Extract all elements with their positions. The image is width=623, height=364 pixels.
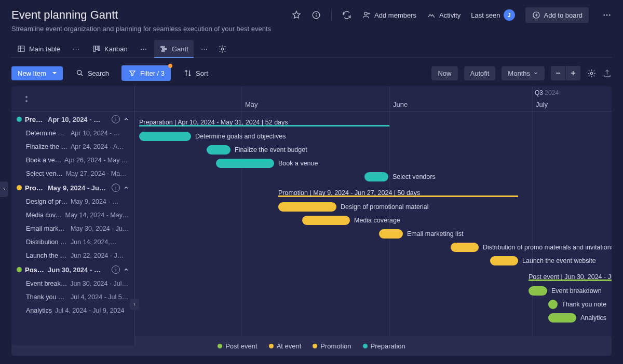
task-dates: Jun 22, 2024 - J…	[71, 252, 129, 259]
tab-main-table[interactable]: Main table	[11, 40, 65, 58]
task-name: Design of promot…	[26, 198, 67, 205]
task-bar[interactable]: Email marketing list	[379, 229, 463, 239]
info-icon[interactable]: i	[112, 265, 120, 274]
task-bar[interactable]: Launch the event website	[490, 256, 596, 266]
group-summary-label: Post event | Jun 30, 2024 - Jul 9, 2024 …	[529, 273, 612, 281]
filter-label: Filter / 3	[140, 69, 165, 77]
group-summary-bar[interactable]: Post event | Jun 30, 2024 - Jul 9, 2024 …	[529, 272, 612, 282]
task-dates: Jul 4, 2024 - Jul 5, 2…	[71, 293, 129, 301]
group-header[interactable]: Post … Jun 30, 2024 - … i	[11, 262, 134, 277]
tab-kanban[interactable]: Kanban	[87, 40, 133, 58]
task-bar[interactable]: Book a venue	[216, 158, 318, 169]
group-summary-bar[interactable]: Preparation | Apr 10, 2024 - May 31, 202…	[139, 117, 389, 128]
task-bar-label: Analytics	[580, 314, 606, 321]
export-icon[interactable]	[602, 68, 612, 78]
board-title[interactable]: Event planning Gantt	[11, 8, 118, 22]
expand-rows-icon[interactable]	[22, 94, 31, 104]
sort-button[interactable]: Sort	[177, 65, 214, 81]
expand-panel-button[interactable]	[0, 181, 8, 197]
zoom-out-button[interactable]	[551, 66, 565, 80]
task-row[interactable]: Book a ve…Apr 26, 2024 - May 7, …	[11, 153, 134, 167]
chevron-up-icon[interactable]	[123, 267, 129, 273]
task-bar[interactable]: Design of promotional material	[278, 202, 429, 212]
task-dates: Apr 10, 2024 - …	[71, 130, 129, 137]
tab-gantt[interactable]: Gantt	[154, 40, 194, 58]
tab-main-menu[interactable]: ⋯	[71, 45, 82, 53]
task-row[interactable]: Launch the eve…Jun 22, 2024 - J…	[11, 249, 134, 262]
chevron-up-icon[interactable]	[123, 116, 129, 122]
tab-kanban-menu[interactable]: ⋯	[138, 45, 149, 53]
svg-point-17	[590, 72, 592, 74]
timeline-header: Q3 2024 May June July	[135, 86, 612, 112]
settings-icon[interactable]	[218, 44, 227, 53]
legend-label: Promotion	[320, 342, 351, 350]
task-dates: Jul 4, 2024 - Jul 9, 2024	[55, 307, 129, 314]
now-button[interactable]: Now	[431, 66, 457, 80]
add-to-board-button[interactable]: Add to board	[525, 7, 589, 23]
search-button[interactable]: Search	[69, 65, 115, 81]
group-header[interactable]: Prom… May 9, 2024 - Ju… i	[11, 180, 134, 195]
star-icon[interactable]	[292, 10, 301, 20]
task-name: Book a ve…	[26, 157, 61, 164]
plus-circle-icon	[532, 10, 541, 20]
svg-rect-14	[161, 50, 164, 51]
legend-label: Post event	[225, 342, 257, 350]
task-bar[interactable]: Determine goals and objectives	[139, 131, 286, 142]
svg-point-6	[606, 15, 608, 16]
info-icon[interactable]: i	[112, 115, 120, 123]
tab-gantt-menu[interactable]: ⋯	[199, 45, 210, 53]
tab-kanban-label: Kanban	[104, 45, 128, 53]
task-bar[interactable]: Event breakdown	[529, 286, 602, 296]
task-bar-label: Determine goals and objectives	[195, 133, 286, 140]
new-item-label: New Item	[18, 69, 46, 77]
group-dates: Jun 30, 2024 - …	[48, 266, 109, 274]
collapse-sidebar-button[interactable]	[130, 299, 139, 310]
gantt-timeline[interactable]: Q3 2024 May June July Preparation | Apr …	[135, 86, 612, 345]
zoom-in-button[interactable]	[566, 66, 580, 80]
group-dates: Apr 10, 2024 - …	[48, 116, 109, 123]
add-to-board-label: Add to board	[544, 11, 583, 19]
task-name: Analytics	[26, 307, 52, 314]
view-settings-icon[interactable]	[587, 68, 596, 78]
task-row[interactable]: AnalyticsJul 4, 2024 - Jul 9, 2024	[11, 304, 134, 317]
sync-icon[interactable]	[342, 10, 351, 20]
svg-point-7	[609, 15, 611, 16]
task-row[interactable]: Design of promot…May 9, 2024 - …	[11, 195, 134, 208]
new-item-button[interactable]: New Item	[11, 66, 63, 80]
task-row[interactable]: Email market…May 30, 2024 - Jun…	[11, 222, 134, 235]
task-row[interactable]: Thank you n…Jul 4, 2024 - Jul 5, 2…	[11, 290, 134, 304]
activity-button[interactable]: Activity	[427, 10, 461, 20]
chevron-up-icon[interactable]	[123, 185, 129, 191]
svg-point-16	[77, 71, 82, 75]
group-header[interactable]: Prep… Apr 10, 2024 - … i	[11, 112, 134, 127]
task-bar[interactable]: Thank you note	[548, 299, 606, 310]
group-summary-bar[interactable]: Promotion | May 9, 2024 - Jun 27, 2024 |…	[278, 188, 518, 198]
task-row[interactable]: Event break…Jun 30, 2024 - Jul 3…	[11, 277, 134, 290]
task-row[interactable]: Determine goals …Apr 10, 2024 - …	[11, 127, 134, 140]
task-bar[interactable]: Select vendors	[364, 172, 436, 182]
task-row[interactable]: Media cov…May 14, 2024 - May 2…	[11, 208, 134, 222]
legend-dot	[313, 344, 317, 348]
timescale-select[interactable]: Months	[502, 66, 545, 80]
task-bar[interactable]: Analytics	[548, 313, 606, 323]
tab-main-label: Main table	[29, 45, 60, 53]
more-icon[interactable]	[602, 10, 612, 20]
filter-button[interactable]: Filter / 3	[121, 65, 171, 81]
task-name: Determine goals …	[26, 130, 67, 137]
task-bar[interactable]: Distribution of promo materials and invi…	[451, 242, 612, 253]
task-bar[interactable]: Media coverage	[302, 215, 400, 226]
svg-rect-11	[98, 46, 100, 51]
task-row[interactable]: Finalize the eve…Apr 24, 2024 - A…	[11, 140, 134, 153]
task-dates: May 27, 2024 - May 3…	[66, 170, 129, 177]
task-row[interactable]: Select ven…May 27, 2024 - May 3…	[11, 167, 134, 180]
add-members-button[interactable]: Add members	[362, 10, 416, 20]
autofit-button[interactable]: Autofit	[464, 66, 496, 80]
info-icon[interactable]	[312, 10, 321, 20]
group-color-dot	[17, 117, 22, 122]
last-seen-button[interactable]: Last seen J	[471, 9, 514, 21]
task-bar[interactable]: Finalize the event budget	[207, 145, 307, 155]
info-icon[interactable]: i	[112, 184, 120, 192]
task-row[interactable]: Distribution of prom…Jun 14, 2024,…	[11, 235, 134, 249]
q3-year: 2024	[545, 89, 559, 96]
task-name: Event break…	[26, 280, 67, 287]
